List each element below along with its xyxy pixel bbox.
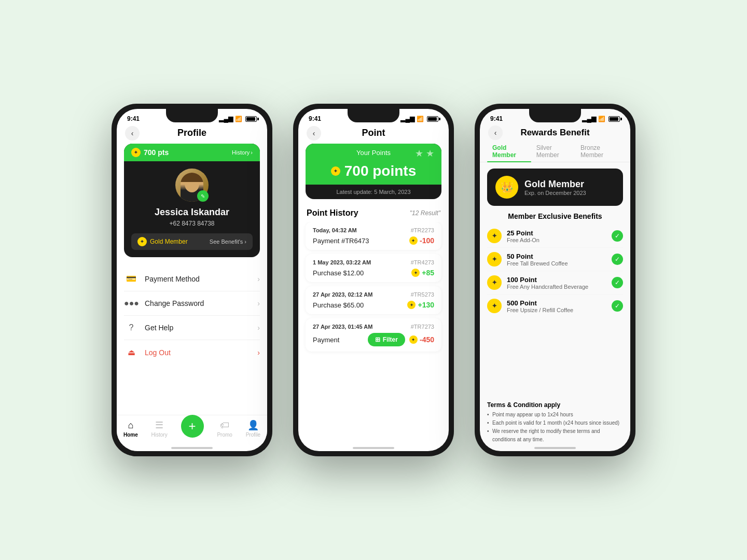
history-date-1: Today, 04:32 AM bbox=[313, 227, 357, 233]
status-time-3: 9:41 bbox=[490, 115, 503, 122]
phone-profile: 9:41 ▂▄▆ 📶 ‹ Profile ✦ 700 pts History › bbox=[112, 104, 272, 456]
benefit-text-500: 500 Point Free Upsize / Refill Coffee bbox=[507, 299, 606, 313]
history-ref-3: #TR5273 bbox=[411, 291, 434, 298]
tab-bronze-member[interactable]: Bronze Member bbox=[575, 141, 623, 162]
terms-title: Terms & Condition apply bbox=[487, 401, 623, 409]
rewards-header: ‹ Rewards Benefit bbox=[480, 125, 630, 141]
benefit-desc-50: Free Tall Brewed Coffee bbox=[507, 260, 606, 267]
history-item-1-top: Today, 04:32 AM #TR2273 bbox=[313, 227, 434, 233]
status-icons-3: ▂▄▆ 📶 bbox=[582, 115, 620, 122]
history-icon: ☰ bbox=[155, 419, 163, 431]
benefit-coin-50: ✦ bbox=[487, 252, 502, 267]
history-item-2-top: 1 May 2023, 03:22 AM #TR4273 bbox=[313, 259, 434, 265]
filter-icon: ⊞ bbox=[375, 336, 380, 343]
tab-gold-label: Gold Member bbox=[492, 144, 516, 159]
home-icon: ⌂ bbox=[128, 420, 133, 431]
phone-rewards: 9:41 ▂▄▆ 📶 ‹ Rewards Benefit Gold Member… bbox=[475, 104, 635, 456]
benefit-pts-500: 500 Point bbox=[507, 299, 606, 307]
benefit-coin-100: ✦ bbox=[487, 275, 502, 290]
benefit-text-50: 50 Point Free Tall Brewed Coffee bbox=[507, 253, 606, 267]
nav-history[interactable]: ☰ History bbox=[151, 419, 168, 438]
nav-home-label: Home bbox=[123, 432, 138, 438]
history-item-2: 1 May 2023, 03:22 AM #TR4273 Purchase $1… bbox=[306, 254, 441, 282]
check-icon-100: ✓ bbox=[612, 277, 623, 288]
status-time-1: 9:41 bbox=[127, 115, 140, 122]
nav-home[interactable]: ⌂ Home bbox=[123, 420, 138, 438]
menu-label-password: Change Password bbox=[145, 299, 251, 307]
promo-icon: 🏷 bbox=[220, 420, 229, 431]
tab-gold-member[interactable]: Gold Member bbox=[487, 141, 531, 162]
signal-icon: ▂▄▆ bbox=[219, 115, 233, 122]
history-desc-4: Payment bbox=[313, 336, 339, 344]
history-title: Point History bbox=[307, 208, 358, 218]
signal-icon-3: ▂▄▆ bbox=[582, 115, 596, 122]
pts-value-4: -450 bbox=[420, 335, 434, 344]
history-item-1: Today, 04:32 AM #TR2273 Payment #TR6473 … bbox=[306, 222, 441, 250]
history-date-3: 27 Apr 2023, 02:12 AM bbox=[313, 291, 372, 298]
nav-add-button[interactable]: + bbox=[181, 415, 204, 438]
menu-item-payment[interactable]: 💳 Payment Method › bbox=[124, 267, 260, 291]
terms-section: Terms & Condition apply Point may appear… bbox=[480, 397, 630, 444]
profile-header: ‹ Profile bbox=[117, 125, 267, 144]
menu-item-password[interactable]: ●●● Change Password › bbox=[124, 291, 260, 316]
see-benefits-label: See Benefit's bbox=[210, 239, 243, 245]
point-header: ‹ Point bbox=[298, 125, 449, 144]
points-banner-footer: Latest update: 5 March, 2023 bbox=[306, 185, 441, 199]
pts-coin-sm-3: ✦ bbox=[407, 301, 416, 309]
back-button[interactable]: ‹ bbox=[125, 126, 140, 141]
benefit-pts-50: 50 Point bbox=[507, 253, 606, 260]
points-bar: ✦ 700 pts History › bbox=[124, 144, 260, 161]
benefit-item-50: ✦ 50 Point Free Tall Brewed Coffee ✓ bbox=[487, 248, 623, 271]
history-ref-2: #TR4273 bbox=[411, 259, 434, 265]
pts-coin-sm-4: ✦ bbox=[409, 335, 418, 344]
phone-point: 9:41 ▂▄▆ 📶 ‹ Point ★ ★ Your Points ✦ 700… bbox=[293, 104, 454, 456]
status-icons-1: ▂▄▆ 📶 bbox=[219, 115, 257, 122]
page-title-profile: Profile bbox=[177, 128, 206, 138]
filter-button[interactable]: ⊞ Filter bbox=[368, 333, 405, 346]
points-banner: ★ ★ Your Points ✦ 700 points Latest upda… bbox=[306, 144, 441, 199]
history-link-label: History bbox=[232, 149, 250, 156]
gold-title: Gold Member bbox=[524, 179, 586, 190]
edit-avatar-button[interactable]: ✎ bbox=[197, 190, 209, 202]
member-badge[interactable]: ✦ Gold Member See Benefit's › bbox=[131, 233, 253, 250]
see-benefits-link[interactable]: See Benefit's › bbox=[210, 239, 246, 245]
tab-bronze-label: Bronze Member bbox=[580, 144, 603, 159]
payment-chevron: › bbox=[257, 275, 260, 283]
wifi-icon-2: 📶 bbox=[417, 116, 424, 122]
history-item-1-bottom: Payment #TR6473 ✦ -100 bbox=[313, 236, 434, 245]
history-pts-3: ✦ +130 bbox=[407, 301, 434, 309]
user-name: Jessica Iskandar bbox=[155, 207, 229, 218]
notch-3 bbox=[529, 109, 581, 122]
history-item-3-top: 27 Apr 2023, 02:12 AM #TR5273 bbox=[313, 291, 434, 298]
menu-item-help[interactable]: ? Get Help › bbox=[124, 316, 260, 340]
benefits-title: Member Exclusive Benefits bbox=[487, 212, 623, 220]
status-time-2: 9:41 bbox=[309, 115, 321, 122]
tab-silver-label: Silver Member bbox=[536, 144, 559, 159]
see-benefits-chevron: › bbox=[244, 239, 246, 245]
history-ref-1: #TR2273 bbox=[411, 227, 434, 233]
points-coin-icon: ✦ bbox=[131, 148, 141, 157]
point-history-header: Point History "12 Result" bbox=[298, 206, 449, 222]
history-link[interactable]: History › bbox=[232, 149, 253, 156]
back-button-2[interactable]: ‹ bbox=[307, 126, 321, 141]
banner-points-value: 700 points bbox=[344, 163, 416, 179]
help-chevron: › bbox=[257, 324, 260, 332]
benefit-pts-25: 25 Point bbox=[507, 229, 606, 237]
pts-value-1: -100 bbox=[420, 236, 434, 245]
history-ref-4: #TR7273 bbox=[411, 324, 434, 330]
benefits-section: Member Exclusive Benefits ✦ 25 Point Fre… bbox=[480, 212, 630, 397]
wifi-icon: 📶 bbox=[235, 116, 242, 122]
back-button-3[interactable]: ‹ bbox=[488, 125, 503, 140]
member-type-left: ✦ Gold Member bbox=[137, 237, 188, 246]
menu-item-logout[interactable]: ⏏ Log Out › bbox=[124, 340, 260, 365]
tab-silver-member[interactable]: Silver Member bbox=[531, 141, 575, 162]
gold-member-banner: 👑 Gold Member Exp. on December 2023 bbox=[487, 169, 623, 206]
benefit-desc-100: Free Any Handcrafted Beverage bbox=[507, 284, 606, 290]
history-list: Today, 04:32 AM #TR2273 Payment #TR6473 … bbox=[298, 222, 449, 444]
history-desc-1: Payment #TR6473 bbox=[313, 237, 369, 245]
nav-profile[interactable]: 👤 Profile bbox=[246, 419, 260, 438]
menu-label-logout: Log Out bbox=[145, 348, 251, 357]
history-date-4: 27 Apr 2023, 01:45 AM bbox=[313, 324, 372, 330]
password-icon: ●●● bbox=[124, 299, 139, 308]
nav-promo[interactable]: 🏷 Promo bbox=[217, 420, 232, 438]
